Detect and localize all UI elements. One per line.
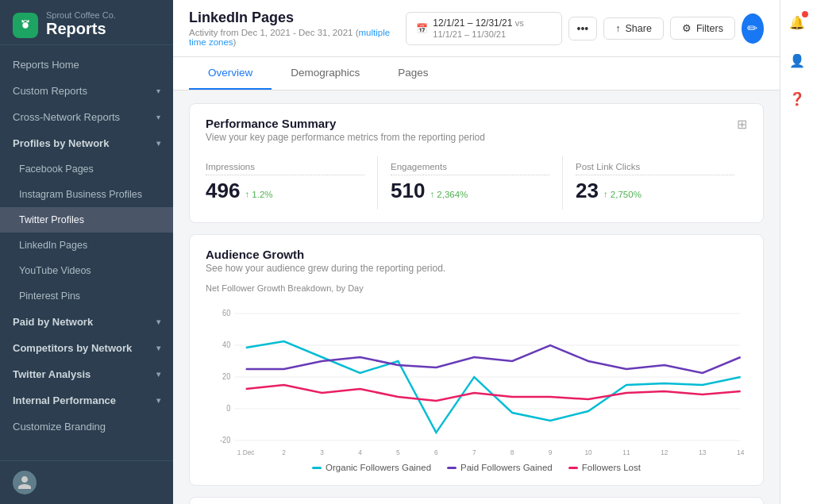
tab-pages[interactable]: Pages [379, 57, 447, 90]
more-options-button[interactable]: ••• [568, 17, 598, 40]
metric-post-link-clicks: Post Link Clicks 23 ↑ 2,750% [563, 156, 747, 210]
line-chart: 60 40 20 0 -20 1 Dec 2 3 4 5 6 7 8 9 10 [206, 298, 747, 456]
page-title: LinkedIn Pages [189, 10, 406, 26]
sidebar-item-custom-reports[interactable]: Custom Reports ▾ [0, 78, 173, 104]
share-button[interactable]: ↑ Share [603, 17, 664, 40]
audience-metrics-card: Audience Metrics Totals % Change followe… [189, 497, 764, 504]
filters-button[interactable]: ⚙ Filters [670, 17, 735, 40]
chevron-icon: ▾ [156, 87, 160, 95]
date-range-picker[interactable]: 📅 12/1/21 – 12/31/21 vs 11/1/21 – 11/30/… [406, 12, 561, 45]
audience-growth-card: Audience Growth See how your audience gr… [189, 234, 764, 486]
chevron-icon: ▾ [156, 396, 160, 405]
sidebar-item-instagram-profiles[interactable]: Instagram Business Profiles [0, 182, 173, 207]
svg-text:14: 14 [737, 448, 744, 456]
metric-impressions-label: Impressions [206, 162, 364, 175]
main-content: LinkedIn Pages Activity from Dec 1, 2021… [173, 0, 780, 504]
table-view-icon[interactable]: ⊞ [737, 117, 747, 132]
legend-lost: Followers Lost [568, 463, 641, 472]
metric-engagements: Engagements 510 ↑ 2,364% [378, 156, 563, 210]
metric-post-link-clicks-label: Post Link Clicks [576, 162, 734, 175]
sidebar-item-paid-by-network[interactable]: Paid by Network ▾ [0, 309, 173, 335]
metric-impressions-change: ↑ 1.2% [245, 190, 272, 199]
chevron-icon: ▾ [156, 344, 160, 352]
svg-text:-20: -20 [220, 436, 230, 444]
date-range-value: 12/1/21 – 12/31/21 vs 11/1/21 – 11/30/21 [433, 17, 551, 40]
main-content-area: Performance Summary View your key page p… [173, 90, 780, 504]
sidebar-item-pinterest-pins[interactable]: Pinterest Pins [0, 283, 173, 309]
topbar-right: 📅 12/1/21 – 12/31/21 vs 11/1/21 – 11/30/… [406, 12, 764, 45]
metric-engagements-label: Engagements [391, 162, 549, 175]
chevron-icon: ▾ [156, 317, 160, 326]
share-icon: ↑ [615, 23, 620, 34]
metric-impressions: Impressions 496 ↑ 1.2% [206, 156, 378, 210]
chevron-icon: ▾ [156, 370, 160, 379]
chart-legend: Organic Followers Gained Paid Followers … [206, 463, 747, 472]
metric-post-link-clicks-value: 23 ↑ 2,750% [576, 179, 734, 203]
chart-svg: 60 40 20 0 -20 1 Dec 2 3 4 5 6 7 8 9 10 [206, 298, 747, 456]
svg-text:60: 60 [222, 309, 230, 317]
topbar-left: LinkedIn Pages Activity from Dec 1, 2021… [189, 10, 406, 47]
sidebar-item-profiles-by-network[interactable]: Profiles by Network ▾ [0, 130, 173, 156]
sidebar-item-reports-home[interactable]: Reports Home [0, 52, 173, 78]
svg-text:1 Dec: 1 Dec [237, 448, 255, 456]
svg-text:13: 13 [699, 448, 706, 456]
compose-icon: ✏ [747, 21, 757, 36]
audience-growth-subtitle: See how your audience grew during the re… [206, 263, 747, 274]
sidebar-item-facebook-pages[interactable]: Facebook Pages [0, 156, 173, 182]
svg-text:6: 6 [434, 448, 438, 456]
user-profile-icon[interactable]: 👤 [784, 48, 810, 73]
sidebar-item-competitors-by-network[interactable]: Competitors by Network ▾ [0, 335, 173, 361]
metrics-row: Impressions 496 ↑ 1.2% Engagements 510 ↑… [206, 156, 747, 210]
chart-axis-label: Net Follower Growth Breakdown, by Day [206, 283, 747, 293]
svg-text:9: 9 [549, 448, 553, 456]
notifications-icon[interactable]: 🔔 [784, 10, 810, 35]
perf-summary-subtitle: View your key page performance metrics f… [206, 132, 485, 143]
sidebar-item-linkedin-pages[interactable]: LinkedIn Pages [0, 233, 173, 258]
help-icon[interactable]: ❓ [784, 86, 810, 111]
sidebar-nav: Reports Home Custom Reports ▾ Cross-Netw… [0, 45, 173, 460]
sidebar-title: Reports [46, 20, 116, 38]
sidebar-item-customize-branding[interactable]: Customize Branding [0, 414, 173, 440]
filter-icon: ⚙ [682, 22, 692, 34]
sidebar-bottom [0, 460, 173, 504]
svg-text:20: 20 [222, 372, 230, 381]
sidebar-header: Sprout Coffee Co. Reports [0, 0, 173, 45]
avatar[interactable] [13, 471, 37, 494]
chevron-icon: ▾ [156, 113, 160, 121]
svg-text:12: 12 [661, 448, 668, 456]
svg-text:40: 40 [222, 340, 230, 349]
svg-text:7: 7 [472, 448, 476, 456]
tab-demographics[interactable]: Demographics [272, 57, 379, 90]
svg-text:2: 2 [282, 448, 286, 456]
sidebar-item-cross-network[interactable]: Cross-Network Reports ▾ [0, 104, 173, 130]
legend-dot-paid [447, 467, 457, 469]
sidebar-item-youtube-videos[interactable]: YouTube Videos [0, 258, 173, 283]
tab-overview[interactable]: Overview [189, 57, 272, 90]
svg-text:5: 5 [396, 448, 400, 456]
timezone-link[interactable]: multiple time zones [189, 28, 390, 47]
metric-impressions-value: 496 ↑ 1.2% [206, 179, 364, 203]
calendar-icon: 📅 [416, 23, 428, 34]
company-name: Sprout Coffee Co. [46, 10, 116, 20]
svg-text:0: 0 [226, 404, 230, 413]
legend-paid: Paid Followers Gained [447, 463, 553, 472]
sidebar-item-twitter-profiles[interactable]: Twitter Profiles [0, 207, 173, 233]
svg-text:4: 4 [358, 448, 362, 456]
svg-text:3: 3 [320, 448, 324, 456]
notification-badge [802, 11, 808, 17]
compose-button[interactable]: ✏ [742, 13, 764, 44]
legend-organic: Organic Followers Gained [312, 463, 431, 472]
page-subtitle: Activity from Dec 1, 2021 - Dec 31, 2021… [189, 28, 406, 47]
right-rail: 🔔 👤 ❓ [780, 0, 813, 504]
sidebar: Sprout Coffee Co. Reports Reports Home C… [0, 0, 173, 504]
svg-text:10: 10 [584, 448, 591, 456]
sidebar-item-internal-performance[interactable]: Internal Performance ▾ [0, 387, 173, 414]
performance-summary-card: Performance Summary View your key page p… [189, 103, 764, 223]
legend-dot-lost [568, 467, 578, 469]
sidebar-item-twitter-analysis[interactable]: Twitter Analysis ▾ [0, 361, 173, 387]
audience-growth-title: Audience Growth [206, 248, 747, 261]
perf-summary-title: Performance Summary [206, 117, 485, 130]
tabs-bar: Overview Demographics Pages [173, 57, 780, 90]
svg-text:8: 8 [511, 448, 514, 456]
svg-text:11: 11 [622, 448, 630, 456]
